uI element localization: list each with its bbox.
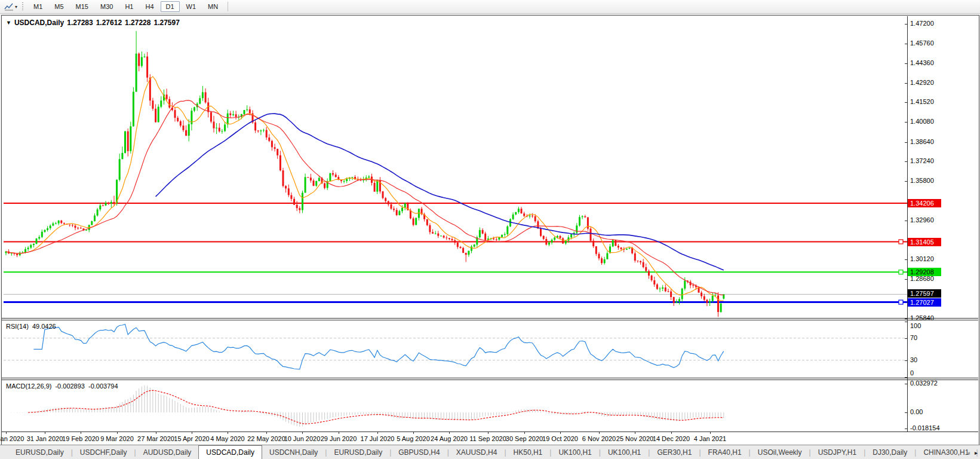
date-tick-mark xyxy=(488,432,489,434)
price-tick-mark xyxy=(905,24,907,25)
rsi-tick-mark xyxy=(905,322,907,322)
date-tick-label: 31 Jan 2020 xyxy=(27,435,63,442)
timeframe-button-mn[interactable]: MN xyxy=(202,1,223,12)
price-tick-label: 1.30120 xyxy=(910,255,934,262)
tab-scroll-left-icon[interactable]: ◂ xyxy=(967,449,970,456)
chart-tab-usdjpy-h1[interactable]: USDJPY,H1 xyxy=(811,446,864,459)
macd-signal-value: -0.003794 xyxy=(88,382,118,390)
panel-separator[interactable] xyxy=(2,380,978,380)
chevron-down-icon[interactable]: ▾ xyxy=(15,4,17,10)
tabs-container: EURUSD,Daily|USDCHF,Daily|AUDUSD,DailyUS… xyxy=(8,445,980,459)
price-tick-mark xyxy=(905,161,907,162)
date-tick-mark xyxy=(266,432,267,434)
price-tick-label: 1.37240 xyxy=(910,157,934,164)
price-tick-label: 1.47200 xyxy=(910,20,934,27)
date-tick-mark xyxy=(671,432,672,434)
price-level-label: 1.27027 xyxy=(908,298,941,307)
price-axis-line xyxy=(907,16,908,432)
timeframe-button-w1[interactable]: W1 xyxy=(181,1,202,12)
timeframe-button-m1[interactable]: M1 xyxy=(28,1,48,12)
main-price-chart[interactable] xyxy=(4,16,907,317)
price-tick-mark xyxy=(905,142,907,143)
date-tick-mark xyxy=(6,432,7,434)
collapse-arrow-icon[interactable]: ▼ xyxy=(6,20,11,26)
chart-tab-audusd-daily[interactable]: AUDUSD,Daily xyxy=(136,446,199,459)
chart-tab-bar: EURUSD,Daily|USDCHF,Daily|AUDUSD,DailyUS… xyxy=(0,445,980,459)
timeframe-button-m15[interactable]: M15 xyxy=(70,1,94,12)
macd-tick-label: 0.00 xyxy=(910,408,923,415)
date-tick-mark xyxy=(45,432,45,434)
price-tick-mark xyxy=(905,259,907,260)
timeframe-button-m5[interactable]: M5 xyxy=(49,1,69,12)
rsi-indicator-chart[interactable] xyxy=(4,321,907,377)
rsi-tick-mark xyxy=(905,360,907,361)
chart-tab-eurusd-daily[interactable]: EURUSD,Daily xyxy=(8,446,71,459)
chart-tab-dj30-daily[interactable]: DJ30,Daily xyxy=(865,446,914,459)
date-tick-mark xyxy=(710,432,711,434)
macd-indicator-chart[interactable] xyxy=(4,381,907,432)
price-tick-mark xyxy=(905,63,907,64)
toolbar-grip xyxy=(22,2,24,11)
date-tick-label: 30 Sep 2020 xyxy=(506,435,543,442)
date-tick-label: 6 Nov 2020 xyxy=(582,435,616,442)
tab-scroll-right-icon[interactable]: ▸ xyxy=(975,449,978,456)
macd-tick-mark xyxy=(905,412,907,413)
timeframe-button-h4[interactable]: H4 xyxy=(140,1,159,12)
price-level-label: 1.31405 xyxy=(908,238,941,246)
panel-separator[interactable] xyxy=(2,318,978,319)
chart-tab-hk50-h1[interactable]: HK50,H1 xyxy=(506,446,550,459)
chart-tab-usdcnh-daily[interactable]: USDCNH,Daily xyxy=(262,446,325,459)
rsi-value: 49.0426 xyxy=(32,323,56,330)
ohlc-low: 1.27228 xyxy=(125,19,150,27)
panel-separator[interactable] xyxy=(2,320,978,320)
date-tick-mark xyxy=(117,432,118,434)
date-tick-label: 22 May 2020 xyxy=(247,435,285,442)
timeframe-button-h1[interactable]: H1 xyxy=(119,1,139,12)
date-tick-label: 13 Jan 2020 xyxy=(0,435,24,442)
macd-tick-mark xyxy=(905,384,907,384)
date-tick-label: 24 Aug 2020 xyxy=(431,435,468,442)
timeframe-button-m30[interactable]: M30 xyxy=(95,1,118,12)
price-tick-label: 1.32960 xyxy=(910,216,934,224)
date-tick-label: 17 Jul 2020 xyxy=(361,435,395,442)
chart-tab-usdchf-daily[interactable]: USDCHF,Daily xyxy=(73,446,134,459)
rsi-tick-label: 0 xyxy=(910,369,914,377)
date-tick-mark xyxy=(192,432,192,434)
date-tick-mark xyxy=(302,432,303,434)
price-tick-mark xyxy=(905,319,907,319)
macd-label: MACD(12,26,9) -0.002893 -0.003794 xyxy=(6,382,118,390)
price-tick-label: 1.38640 xyxy=(910,138,934,145)
chart-tab-usoil-weekly[interactable]: USOil,Weekly xyxy=(751,446,809,459)
price-tick-mark xyxy=(905,181,907,182)
timeframe-button-d1[interactable]: D1 xyxy=(161,1,180,12)
chart-tab-xauusd-h4[interactable]: XAUUSD,H4 xyxy=(449,446,505,459)
panel-separator[interactable] xyxy=(2,378,978,378)
rsi-tick-label: 30 xyxy=(910,356,917,363)
date-tick-mark xyxy=(377,432,378,434)
date-tick-mark xyxy=(81,432,81,434)
chart-tab-usdcad-daily[interactable]: USDCAD,Daily xyxy=(198,445,262,459)
chart-tab-eurusd-daily[interactable]: EURUSD,Daily xyxy=(327,446,389,459)
chart-tools-icon[interactable]: ▾ xyxy=(2,2,19,11)
date-tick-label: 25 Nov 2020 xyxy=(616,435,653,442)
date-tick-label: 9 Mar 2020 xyxy=(100,435,134,442)
price-tick-label: 1.42920 xyxy=(910,79,934,86)
chart-tab-fra40-h1[interactable]: FRA40,H1 xyxy=(701,446,749,459)
date-tick-label: 14 Dec 2020 xyxy=(653,435,690,442)
chart-tab-gbpusd-h4[interactable]: GBPUSD,H4 xyxy=(391,446,447,459)
date-tick-mark xyxy=(228,432,228,434)
date-tick-label: 15 Apr 2020 xyxy=(174,435,209,442)
chart-tab-ger30-h1[interactable]: GER30,H1 xyxy=(650,446,699,459)
chart-tab-uk100-h1[interactable]: UK100,H1 xyxy=(601,446,648,459)
rsi-tick-label: 70 xyxy=(910,334,917,341)
chart-tab-usoil-[interactable]: USOil, xyxy=(978,446,980,459)
rsi-name: RSI(14) xyxy=(6,323,29,330)
chart-tab-uk100-h1[interactable]: UK100,H1 xyxy=(551,446,598,459)
price-tick-mark xyxy=(905,83,907,84)
date-tick-label: 4 May 2020 xyxy=(210,435,244,442)
date-tick-mark xyxy=(599,432,600,434)
macd-tick-mark xyxy=(905,429,907,429)
price-tick-label: 1.35800 xyxy=(910,177,934,184)
price-tick-label: 1.40080 xyxy=(910,118,934,125)
macd-tick-label: 0.032972 xyxy=(910,380,938,387)
